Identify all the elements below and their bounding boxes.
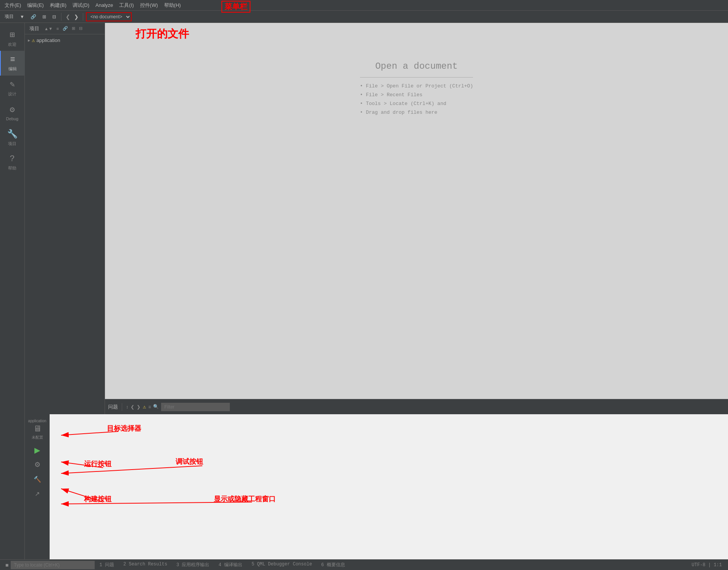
tree-arrow-icon: ▶ [28, 38, 30, 43]
problems-tab[interactable]: 问题 [108, 404, 118, 410]
toolbar-split-btn[interactable]: ⊞ [40, 13, 48, 20]
project-link-btn[interactable]: 🔗 [61, 26, 69, 31]
status-tab-3[interactable]: 3 应用程序输出 [172, 562, 214, 568]
problems-nav-sync[interactable]: ↕ [126, 404, 128, 410]
sidebar-item-edit[interactable]: ≡ 编辑 [0, 51, 25, 76]
menu-analyze[interactable]: Analyze [92, 2, 116, 9]
project-split-btn[interactable]: ⊞ [71, 26, 76, 31]
project-panel: 项目 ▲▼ ≡ 🔗 ⊞ ⊟ ▶ ⚠ application [25, 23, 105, 414]
target-selector-annotation: 目标选择器 [107, 424, 141, 433]
left-sidebar: ⊞ 欢迎 ≡ 编辑 ✎ 设计 ⚙ Debug 🔧 项目 ? 帮助 [0, 23, 25, 559]
nav-prev-btn[interactable]: ❮ [64, 13, 72, 21]
design-icon: ✎ [10, 79, 15, 90]
project-filter-btn[interactable]: ≡ [55, 26, 60, 31]
status-tab-5[interactable]: 5 QML Debugger Console [247, 562, 316, 568]
open-doc-title: Open a document [360, 61, 473, 71]
target-label: 未配置 [32, 435, 43, 440]
status-tab-6[interactable]: 6 概要信息 [316, 562, 349, 568]
toolbar-project-label: 项目 [2, 13, 16, 21]
sidebar-label-project: 项目 [8, 141, 16, 147]
sidebar-item-project[interactable]: 🔧 项目 [0, 125, 25, 150]
menu-tools[interactable]: 工具(I) [116, 1, 137, 10]
menu-help[interactable]: 帮助(H) [161, 1, 184, 10]
toggle-project-window-button[interactable]: ↗ [30, 488, 45, 500]
bottom-section: application 🖥 未配置 ▶ ⚙ 🔨 ↗ [25, 414, 728, 559]
editor-area: 打开的文件 Open a document File > Open File o… [105, 23, 728, 414]
problems-sep [122, 403, 122, 411]
wrench-icon: 🔧 [7, 129, 18, 139]
problems-warning-icon: ⚠ [143, 404, 146, 410]
grid-icon: ⊞ [10, 30, 15, 40]
sidebar-label-debug: Debug [6, 116, 18, 121]
status-tab-4[interactable]: 4 编译输出 [214, 562, 247, 568]
status-tab-2[interactable]: 2 Search Results [119, 562, 172, 568]
status-bar: ■ 1 问题 2 Search Results 3 应用程序输出 4 编译输出 … [0, 559, 728, 570]
sidebar-item-help[interactable]: ? 帮助 [0, 150, 25, 175]
open-doc-item-2: Tools > Locate (Ctrl+K) and [360, 101, 473, 107]
bottom-left-sidebar: application 🖥 未配置 ▶ ⚙ 🔨 ↗ [25, 414, 50, 559]
toolbar-separator2 [83, 13, 83, 21]
problems-nav-prev[interactable]: ❮ [131, 404, 134, 410]
menu-edit[interactable]: 编辑(E) [24, 1, 47, 10]
sidebar-label-welcome: 欢迎 [8, 42, 16, 47]
project-title: 项目 [27, 24, 42, 33]
status-right-info: UTF-8 | 1:1 [689, 562, 725, 568]
toggle-window-annotation: 显示或隐藏工程窗口 [214, 494, 276, 504]
target-selector[interactable]: application 🖥 未配置 [25, 417, 50, 442]
search-icon: 🔍 [153, 404, 159, 410]
svg-line-3 [61, 466, 202, 473]
project-tree: ▶ ⚠ application [25, 34, 105, 414]
menu-debug[interactable]: 调试(D) [69, 1, 92, 10]
problems-nav-next[interactable]: ❯ [137, 404, 140, 410]
problems-filter-btn[interactable]: ≡ [148, 404, 151, 410]
app-label: application [28, 419, 47, 423]
status-tab-1[interactable]: 1 问题 [95, 562, 118, 568]
tree-item-application[interactable]: ▶ ⚠ application [25, 36, 105, 45]
edit-icon: ≡ [10, 55, 15, 65]
project-toolbar: 项目 ▲▼ ≡ 🔗 ⊞ ⊟ [25, 23, 105, 34]
monitor-icon: 🖥 [33, 424, 42, 434]
menu-build[interactable]: 构建(B) [47, 1, 69, 10]
tree-label-application: application [36, 37, 60, 43]
editor-row: 项目 ▲▼ ≡ 🔗 ⊞ ⊟ ▶ ⚠ application [25, 23, 728, 414]
sidebar-label-edit: 编辑 [8, 66, 17, 72]
debug-button-annotation: 调试按钮 [176, 457, 203, 466]
run-button-annotation: 运行按钮 [84, 459, 111, 468]
debug-button[interactable]: ⚙ [30, 459, 45, 471]
toolbar-collapse-btn[interactable]: ⊟ [50, 13, 58, 20]
menu-controls[interactable]: 控件(W) [137, 1, 161, 10]
status-locate-input[interactable] [11, 561, 95, 569]
open-doc-list: File > Open File or Project (Ctrl+O) Fil… [360, 83, 473, 115]
debug-icon: ⚙ [10, 105, 15, 115]
document-dropdown[interactable]: <no document> [86, 12, 132, 21]
status-stop-btn[interactable]: ■ [3, 562, 11, 568]
project-sort-btn[interactable]: ▲▼ [43, 26, 54, 31]
menu-file[interactable]: 文件(E) [2, 1, 24, 10]
nav-arrows: ❮ ❯ [64, 13, 80, 21]
sidebar-item-design[interactable]: ✎ 设计 [0, 76, 25, 100]
toolbar-link-btn[interactable]: 🔗 [28, 13, 39, 20]
sidebar-item-debug[interactable]: ⚙ Debug [0, 100, 25, 125]
center-area: 项目 ▲▼ ≡ 🔗 ⊞ ⊟ ▶ ⚠ application [25, 23, 728, 559]
toolbar-filter-btn[interactable]: ▼ [18, 13, 27, 20]
warning-icon: ⚠ [32, 37, 35, 44]
problems-panel: 问题 ↕ ❮ ❯ ⚠ ≡ 🔍 [105, 399, 728, 414]
open-doc-item-1: File > Recent Files [360, 92, 473, 98]
build-button-annotation: 构建按钮 [84, 494, 111, 504]
open-document-panel: Open a document File > Open File or Proj… [360, 46, 473, 118]
run-button[interactable]: ▶ [30, 444, 45, 456]
annotation-svg [50, 414, 728, 559]
file-annotation: 打开的文件 [136, 27, 189, 41]
editor-content: Open a document File > Open File or Proj… [105, 23, 728, 399]
project-close-btn[interactable]: ⊟ [78, 26, 84, 31]
problems-filter-input[interactable] [161, 403, 230, 411]
sidebar-label-help: 帮助 [8, 165, 16, 171]
open-doc-divider [360, 77, 473, 78]
menubar: 文件(E) 编辑(E) 构建(B) 调试(D) Analyze 工具(I) 控件… [0, 0, 728, 11]
nav-next-btn[interactable]: ❯ [73, 13, 80, 21]
sidebar-item-welcome[interactable]: ⊞ 欢迎 [0, 26, 25, 51]
build-button[interactable]: 🔨 [30, 473, 45, 485]
open-doc-dragdrop: Drag and drop files here [360, 110, 473, 115]
bottom-main: 目标选择器 运行按钮 调试按钮 构建按钮 显示或隐藏工程窗口 [50, 414, 728, 559]
menubar-annotation: 菜单栏 [221, 1, 250, 13]
